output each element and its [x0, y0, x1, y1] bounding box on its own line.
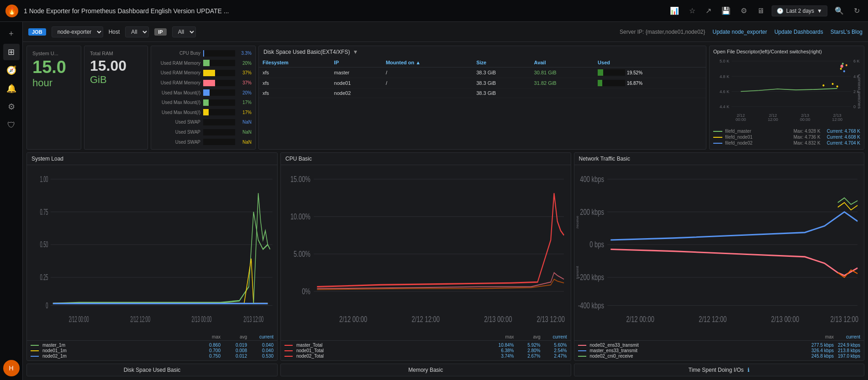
job-label: JOB [28, 28, 46, 36]
svg-text:00:00: 00:00 [800, 116, 810, 122]
fd-legend-max: Max: 4.736 K [794, 135, 821, 140]
sidebar-item-shield[interactable]: 🛡 [3, 117, 20, 133]
job-select[interactable]: node-exporter [52, 26, 103, 37]
legend-name: node02_Total [296, 354, 488, 359]
update-dashboards-link[interactable]: Update Dashboards [774, 29, 823, 35]
svg-text:2/13 12:00: 2/13 12:00 [830, 315, 858, 324]
legend-color [284, 350, 293, 351]
legend-avg: 2.67% [518, 354, 541, 359]
list-item: node02_1m 0.750 0.012 0.530 [31, 354, 274, 359]
chevron-down-icon: ▼ [352, 49, 358, 55]
mounted-cell [382, 88, 473, 98]
svg-point-23 [841, 65, 843, 68]
time-spent-title-panel: Time Spent Doing I/Os ℹ [574, 364, 865, 376]
tv-button[interactable]: 🖥 [754, 5, 767, 17]
legend-avg: 0.019 [224, 343, 247, 348]
svg-text:5.00%: 5.00% [294, 250, 310, 259]
share-button[interactable]: ↗ [703, 5, 714, 17]
clock-icon: 🕐 [777, 8, 784, 14]
sidebar-item-dashboard[interactable]: ⊞ [3, 44, 20, 60]
sidebar-item-configuration[interactable]: ⚙ [3, 99, 20, 115]
svg-text:2/13 00:00: 2/13 00:00 [484, 315, 512, 324]
search-button[interactable]: 🔍 [832, 5, 847, 17]
legend-avg: 5.92% [518, 343, 541, 348]
update-exporter-link[interactable]: Update node_exporter [713, 29, 767, 35]
cpu-bar-container [203, 99, 235, 106]
network-basic-legend-headers: max current [574, 333, 864, 340]
disk-table-header[interactable]: Size [473, 58, 530, 68]
cpu-bar-container [203, 139, 235, 145]
cpu-row-label: Used SWAP [155, 130, 200, 135]
sidebar: + ⊞ 🧭 🔔 ⚙ 🛡 H [0, 22, 23, 380]
total-ram-value: 15.00 [90, 58, 142, 74]
svg-text:-400 kbps: -400 kbps [578, 301, 604, 310]
legend-max: 326.4 kbps [811, 348, 834, 353]
disk-table-header[interactable]: Avail [531, 58, 594, 68]
svg-text:2/13 00:00: 2/13 00:00 [771, 315, 799, 324]
network-basic-panel: Network Traffic Basic /receive transmit … [574, 152, 865, 361]
svg-text:2/13 12:00: 2/13 12:00 [537, 315, 565, 324]
cpu-basic-legend-headers: max avg current [281, 333, 571, 340]
filesystem-cell: xfs [259, 88, 331, 98]
ip-select[interactable]: All [172, 26, 196, 37]
svg-text:2/12 00:00: 2/12 00:00 [626, 315, 654, 324]
cpu-bar-pct: 20% [238, 61, 252, 66]
disk-space-panel: Disk Space Used Basic(EXT4/XFS) ▼ Filesy… [258, 46, 706, 150]
legend-avg: 0.008 [224, 348, 247, 353]
sidebar-item-user[interactable]: H [3, 360, 20, 376]
cpu-row: Used Max Mount(/)17% [155, 98, 252, 107]
cpu-basic-panel: CPU Basic 15.00% 10.00% 5.00% 0% 2/12 00… [280, 152, 571, 361]
svg-text:2/13 00:00: 2/13 00:00 [192, 315, 212, 324]
add-panel-button[interactable]: 📊 [667, 5, 682, 17]
disk-table-header[interactable]: Mounted on ▲ [382, 58, 473, 68]
network-svg: 400 kbps 200 kbps 0 bps -200 kbps -400 k… [574, 165, 864, 333]
cpu-row-label: Used Max Mount(/) [155, 100, 200, 105]
svg-text:1.00: 1.00 [40, 174, 48, 183]
svg-text:2/12 00:00: 2/12 00:00 [69, 315, 89, 324]
disk-table-header[interactable]: Used [594, 58, 706, 68]
settings-button[interactable]: ⚙ [738, 5, 750, 17]
svg-point-20 [836, 85, 838, 87]
legend-color [578, 356, 586, 357]
legend-name: node01_Total [296, 348, 488, 353]
disk-table-header[interactable]: Filesystem [259, 58, 331, 68]
fd-legend-item: filefd_master Max: 4.928 K Current: 4.76… [713, 129, 860, 134]
refresh-button[interactable]: ↻ [851, 5, 863, 17]
cpu-bar-fill [203, 70, 215, 76]
legend-name: master_1m [42, 343, 194, 348]
disk-basic-title-panel: Disk Space Used Basic [26, 364, 278, 376]
cpu-bar-container [203, 80, 235, 86]
list-item: node01_1m 0.700 0.008 0.040 [31, 348, 274, 353]
star-button[interactable]: ☆ [686, 5, 698, 17]
info-icon: ℹ [747, 367, 750, 373]
list-item: master_Total 10.84% 5.92% 5.60% [284, 343, 567, 348]
topbar: 🔥 1 Node Exporter for Prometheus Dashboa… [0, 0, 868, 22]
mounted-cell: / [382, 68, 473, 78]
svg-text:0.50: 0.50 [40, 240, 48, 249]
system-uptime-value: 15.0 [32, 58, 75, 77]
cpu-row-label: Used Max Mount(/) [155, 110, 200, 115]
svg-text:15.00%: 15.00% [290, 175, 310, 184]
sidebar-item-alerting[interactable]: 🔔 [3, 80, 20, 97]
avail-cell: 30.81 GiB [531, 68, 594, 78]
legend-max: 0.700 [198, 348, 221, 353]
dashboard-title: 1 Node Exporter for Prometheus Dashboard… [24, 7, 662, 15]
system-load-legend-headers: max avg current [27, 333, 277, 340]
sidebar-item-add[interactable]: + [3, 26, 20, 42]
sidebar-item-explore[interactable]: 🧭 [3, 62, 20, 78]
fd-panel-title: Open File Descriptor(left)/Context switc… [713, 49, 860, 54]
save-button[interactable]: 💾 [719, 5, 733, 17]
fd-chart-area: 5.0 K 4.8 K 4.6 K 4.4 K 6 K 4 K 2 K 0 2/… [713, 56, 860, 127]
main-content: JOB node-exporter Host All IP All Server… [23, 22, 868, 380]
disk-table-header[interactable]: IP [331, 58, 382, 68]
starsl-blog-link[interactable]: StarsL's Blog [831, 29, 863, 35]
time-range-button[interactable]: 🕐 Last 2 days ▼ [772, 5, 827, 16]
system-load-panel: System Load 1.00 0.75 0.50 0.25 [26, 152, 278, 361]
legend-name: master_Total [296, 343, 488, 348]
cpu-row: Used RAM Memory37% [155, 68, 252, 78]
svg-text:2/12 00:00: 2/12 00:00 [339, 315, 367, 324]
legend-current: 0.530 [251, 354, 274, 359]
fd-legend-item: filefd_node01 Max: 4.736 K Current: 4.60… [713, 135, 860, 140]
network-basic-chart-area: /receive transmit 400 kbps 200 kbps 0 bp… [574, 165, 864, 333]
host-select[interactable]: All [125, 26, 149, 37]
